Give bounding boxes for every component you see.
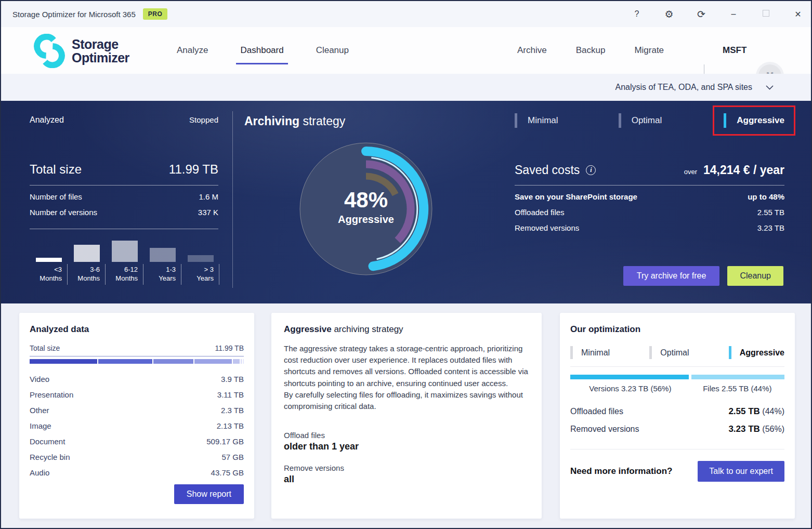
window-controls: ? ⚙ ⟳ – ✕ [631, 1, 804, 27]
tab-minimal[interactable]: Minimal [570, 346, 610, 359]
total-size-label: Total size [30, 162, 82, 177]
age-bucket-label: 3-6Months [68, 264, 106, 285]
show-report-button[interactable]: Show report [174, 484, 244, 504]
nav-dashboard[interactable]: Dashboard [240, 45, 283, 56]
list-item: Video3.9 TB [30, 371, 244, 387]
minimize-icon[interactable]: – [728, 9, 739, 19]
nav-cleanup[interactable]: Cleanup [316, 45, 349, 56]
divider [515, 185, 784, 186]
nav-analyze[interactable]: Analyze [177, 45, 208, 56]
strategy-description-text: The aggressive strategy takes a storage-… [284, 343, 529, 412]
saved-costs-amount: over 14,214 € / year [684, 163, 784, 177]
help-icon[interactable]: ? [631, 9, 643, 19]
vertical-divider [232, 111, 233, 288]
segment-document [233, 359, 240, 364]
divider [570, 366, 784, 367]
removed-versions-row: Removed versions 3.23 TB (56%) [570, 424, 784, 434]
segment-image [194, 359, 231, 364]
optimization-tabs: Minimal Optimal Aggressive [570, 346, 784, 359]
analyzed-data-title: Analyzed data [30, 324, 244, 335]
segment-presentation [98, 359, 152, 364]
offloaded-files-row: Offloaded files 2.55 TB (44%) [570, 406, 784, 417]
age-bar [112, 241, 138, 262]
cleanup-button[interactable]: Cleanup [727, 266, 783, 286]
data-type-list: Video3.9 TB Presentation3.11 TB Other2.3… [30, 371, 244, 480]
title-bar: Storage Optimizer for Microsoft 365 PRO … [1, 1, 811, 27]
tab-indicator [724, 113, 726, 128]
analyzed-data-card: Analyzed data Total size 11.99 TB Video3… [19, 313, 254, 519]
tab-optimal[interactable]: Optimal [649, 346, 689, 359]
nav-archive[interactable]: Archive [517, 45, 547, 56]
analyzed-total-row: Total size 11.99 TB [30, 344, 244, 356]
age-bucket-label: 6-12Months [106, 264, 143, 285]
segment-video [30, 359, 97, 364]
offload-files-value: older than 1 year [284, 441, 529, 452]
total-size-value: 11.99 TB [169, 162, 218, 177]
remove-versions-value: all [284, 474, 529, 485]
storage-optimizer-logo-icon [33, 34, 66, 68]
strategy-description-title: Aggressive archiving strategy [284, 324, 529, 335]
tenant-label[interactable]: MSFT [723, 27, 746, 74]
list-item: Image2.13 TB [30, 418, 244, 433]
data-composition-bar [30, 359, 244, 364]
close-icon[interactable]: ✕ [792, 9, 804, 19]
age-bucket-label: <3Months [30, 264, 68, 285]
settings-gear-icon[interactable]: ⚙ [663, 8, 675, 20]
app-logo: Storage Optimizer [33, 34, 129, 68]
archiving-strategy-title: Archiving strategy [244, 114, 345, 128]
list-item: Document509.17 GB [30, 433, 244, 449]
pro-badge: PRO [143, 8, 168, 20]
analyzed-title: Analyzed [30, 115, 64, 125]
more-info-question: Need more information? [570, 466, 672, 477]
list-item: Other2.3 TB [30, 402, 244, 418]
files-bar-label: Files 2.55 TB (44%) [690, 384, 784, 393]
info-icon[interactable]: i [586, 165, 596, 175]
list-item: Audio43.75 GB [30, 465, 244, 480]
age-bucket-label: 1-3Years [143, 264, 181, 285]
strategy-tabs: Minimal Optimal Aggressive [515, 113, 784, 128]
segment-audio [243, 359, 244, 364]
chevron-down-icon[interactable] [766, 85, 774, 90]
age-bar [188, 255, 214, 262]
tab-aggressive[interactable]: Aggressive [713, 105, 795, 136]
age-bar [36, 258, 62, 262]
nav-right: Archive Backup Migrate [517, 27, 664, 74]
divider [570, 449, 784, 449]
remove-versions-label: Remove versions [284, 464, 529, 472]
analysis-status: Stopped [189, 115, 218, 125]
nav-backup[interactable]: Backup [576, 45, 606, 56]
files-count-row: Number of files 1.6 M [30, 192, 218, 201]
segment-other [153, 359, 193, 364]
files-segment [691, 375, 784, 379]
file-age-histogram [30, 234, 219, 262]
tab-optimal[interactable]: Optimal [619, 113, 662, 128]
removed-versions-row: Removed versions 3.23 TB [515, 223, 784, 232]
list-item: Presentation3.11 TB [30, 387, 244, 402]
divider [30, 185, 218, 186]
analysis-scope-label[interactable]: Analysis of TEA, ODA, and SPA sites [615, 83, 752, 92]
try-archive-button[interactable]: Try archive for free [623, 266, 720, 286]
tab-aggressive[interactable]: Aggressive [729, 346, 784, 359]
talk-to-expert-button[interactable]: Talk to our expert [698, 461, 784, 482]
saved-costs-title: Saved costs i [515, 163, 596, 177]
saved-costs-panel: Minimal Optimal Aggressive Saved costs i… [515, 101, 784, 303]
nav-migrate[interactable]: Migrate [634, 45, 664, 56]
age-bar [150, 248, 176, 262]
versions-segment [570, 375, 689, 379]
tab-indicator [729, 346, 731, 359]
segment-recycle [241, 359, 242, 364]
our-optimization-title: Our optimization [570, 324, 784, 335]
tab-indicator [515, 113, 517, 128]
offloaded-files-row: Offloaded files 2.55 TB [515, 208, 784, 217]
tab-minimal[interactable]: Minimal [515, 113, 558, 128]
maximize-icon[interactable] [760, 9, 771, 19]
storage-optimizer-window: { "window": { "title": "Storage Optimize… [0, 0, 812, 529]
versions-bar-label: Versions 3.23 TB (56%) [570, 384, 690, 393]
refresh-icon[interactable]: ⟳ [696, 8, 707, 20]
nav-left: Analyze Dashboard Cleanup [177, 27, 349, 74]
offload-files-label: Offload files [284, 431, 529, 440]
app-header: Storage Optimizer Analyze Dashboard Clea… [1, 27, 811, 74]
analyzed-summary: Analyzed Stopped Total size 11.99 TB Num… [30, 101, 218, 303]
age-bar [74, 245, 100, 262]
strategy-description-card: Aggressive archiving strategy The aggres… [271, 313, 542, 519]
